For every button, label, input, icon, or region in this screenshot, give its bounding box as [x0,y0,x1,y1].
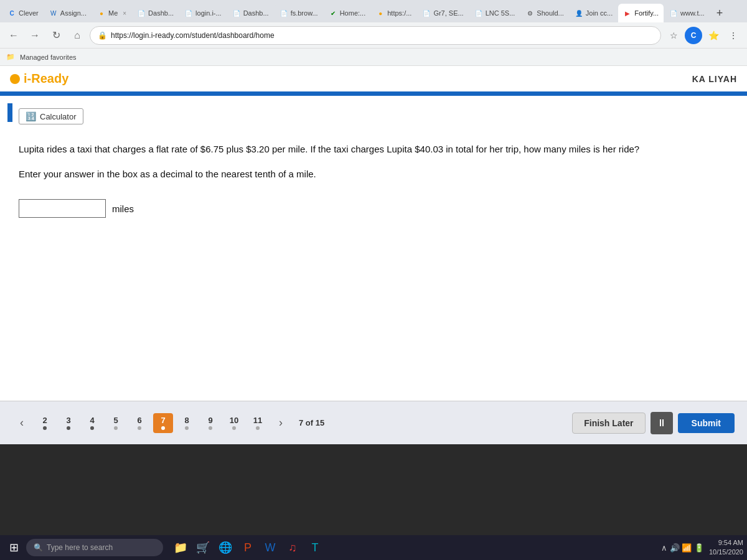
taskbar-files[interactable]: 📁 [171,538,190,558]
question-nav: ‹ 2 3 4 5 6 7 8 9 10 11 › [12,413,324,433]
tab-dashb1[interactable]: 📄 Dashb... [132,4,179,22]
tab-icon-home: ✔ [329,9,337,17]
tab-icon-assign: W [49,9,58,17]
tab-icon-should: ⚙ [525,9,534,17]
tab-lnc[interactable]: 📄 LNC 5S... [469,4,520,22]
student-name: KA LIYAH [692,74,737,84]
question-text: Lupita rides a taxi that charges a flat … [19,142,728,157]
tab-clever[interactable]: C Clever [2,4,44,22]
calculator-icon: 🔢 [26,111,36,121]
q-num-5[interactable]: 5 [106,413,126,433]
taskbar-time-display: 9:54 AM [709,538,743,548]
tab-icon-joincc: 👤 [575,9,583,17]
tab-dashb2[interactable]: 📄 Dashb... [227,4,274,22]
tab-assign[interactable]: W Assign... [44,4,92,22]
q-num-7[interactable]: 7 [153,413,173,433]
back-button[interactable]: ← [5,27,22,44]
browser-chrome: C Clever W Assign... ● Me × 📄 Dashb... 📄… [0,0,747,66]
answer-input[interactable] [19,199,106,218]
nav-actions: ☆ C ⭐ ⋮ [665,27,742,44]
progress-text: 7 of 15 [299,418,324,427]
next-question-arrow[interactable]: › [271,414,290,432]
left-accent [7,103,12,122]
progress-label: 7 of 15 [299,418,324,427]
tab-icon-www: 📄 [669,9,678,17]
address-text: https://login.i-ready.com/student/dashbo… [111,31,275,40]
q-num-9[interactable]: 9 [200,413,220,433]
home-button[interactable]: ⌂ [68,27,86,44]
iready-header: i-Ready KA LIYAH [0,66,747,93]
start-button[interactable]: ⊞ [4,538,24,558]
taskbar-apps: 📁 🛒 🌐 P W ♫ T [171,538,325,558]
menu-button[interactable]: ⋮ [725,27,742,44]
tab-icon-dashb2: 📄 [232,9,241,17]
tab-icon-fsbrow: 📄 [280,9,288,17]
tab-icon-gr7: 📄 [422,9,431,17]
taskbar-extra[interactable]: T [305,538,325,558]
taskbar-date-display: 10/15/2020 [709,548,743,557]
tab-https[interactable]: ● https:/... [371,4,416,22]
tab-login[interactable]: 📄 login.i-... [179,4,227,22]
calculator-label: Calculator [40,112,77,121]
forward-button[interactable]: → [26,27,44,44]
finish-later-button[interactable]: Finish Later [572,413,645,434]
tab-icon-clever: C [7,9,16,17]
q-num-4[interactable]: 4 [82,413,102,433]
address-bar[interactable]: 🔒 https://login.i-ready.com/student/dash… [90,26,661,45]
tab-should[interactable]: ⚙ Should... [520,4,568,22]
bookmarks-bar: 📁 Managed favorites [0,49,747,66]
instruction-text: Enter your answer in the box as a decima… [19,167,728,182]
taskbar-word[interactable]: W [260,538,280,558]
q-num-10[interactable]: 10 [224,413,244,433]
refresh-button[interactable]: ↻ [47,27,65,44]
tab-gr7[interactable]: 📄 Gr7, SE... [417,4,468,22]
q-num-6[interactable]: 6 [129,413,149,433]
tab-icon-fortify: ▶ [623,9,632,17]
search-placeholder: Type here to search [47,543,113,552]
tab-new[interactable]: + [710,4,730,22]
taskbar-music[interactable]: ♫ [283,538,303,558]
taskbar-right: ∧ 🔊 📶 🔋 9:54 AM 10/15/2020 [661,538,743,558]
prev-question-arrow[interactable]: ‹ [12,414,31,432]
tab-fortify[interactable]: ▶ Fortify... [618,4,664,22]
profile-button[interactable]: C [685,27,702,44]
logo-prefix: i- [24,72,31,85]
tab-close-me[interactable]: × [123,10,126,17]
tab-me[interactable]: ● Me × [92,4,131,22]
taskbar-store[interactable]: 🛒 [193,538,213,558]
taskbar-edge[interactable]: 🌐 [215,538,235,558]
pause-button[interactable]: ⏸ [651,412,673,434]
extensions-button[interactable]: ⭐ [705,27,722,44]
tab-icon-login: 📄 [184,9,193,17]
lock-icon: 🔒 [98,31,107,40]
tab-fsbrow[interactable]: 📄 fs.brow... [275,4,323,22]
q-num-2[interactable]: 2 [35,413,55,433]
bookmarks-icon: 📁 [6,53,15,61]
taskbar-clock: 9:54 AM 10/15/2020 [709,538,743,558]
answer-row: miles [19,199,728,218]
taskbar: ⊞ 🔍 Type here to search 📁 🛒 🌐 P W ♫ T ∧ … [0,535,747,560]
taskbar-icons: ∧ 🔊 📶 🔋 [661,543,704,553]
answer-unit-label: miles [112,203,134,214]
taskbar-powerpoint[interactable]: P [238,538,258,558]
q-num-8[interactable]: 8 [177,413,197,433]
star-button[interactable]: ☆ [665,27,682,44]
q-num-3[interactable]: 3 [59,413,78,433]
logo-text: i-Ready [24,72,68,86]
main-content: 🔢 Calculator Lupita rides a taxi that ch… [0,96,747,401]
bottom-nav: ‹ 2 3 4 5 6 7 8 9 10 11 › [0,401,747,444]
tab-icon-https: ● [376,9,385,17]
search-icon: 🔍 [34,543,43,552]
tab-bar: C Clever W Assign... ● Me × 📄 Dashb... 📄… [0,0,747,22]
tab-joincc[interactable]: 👤 Join cc... [570,4,618,22]
tab-home[interactable]: ✔ Home:... [324,4,371,22]
nav-bar: ← → ↻ ⌂ 🔒 https://login.i-ready.com/stud… [0,22,747,49]
submit-button[interactable]: Submit [678,413,735,433]
bottom-actions: Finish Later ⏸ Submit [572,412,735,434]
logo-dot [10,74,20,84]
bookmarks-label[interactable]: Managed favorites [20,54,77,61]
q-num-11[interactable]: 11 [248,413,268,433]
tab-www[interactable]: 📄 www.t... [664,4,710,22]
calculator-button[interactable]: 🔢 Calculator [19,108,83,124]
taskbar-search[interactable]: 🔍 Type here to search [26,539,163,556]
